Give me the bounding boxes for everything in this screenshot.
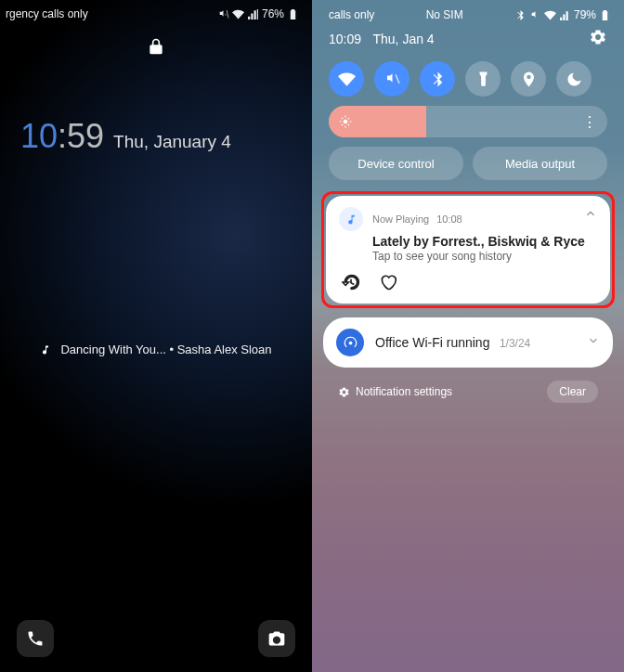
signal-icon [247,8,259,20]
qs-wifi[interactable] [329,61,364,97]
notifications-area: Now Playing 10:08 Lately by Forrest., Bi… [312,191,624,405]
chevron-down-icon [587,334,600,347]
wifi-notification-card[interactable]: Office Wi-Fi running 1/3/24 [323,317,613,368]
status-bar: calls only No SIM 79% [312,0,624,22]
phone-icon [26,629,45,648]
device-control-button[interactable]: Device control [329,147,463,180]
wifi-icon [232,8,244,20]
qs-dnd[interactable] [556,61,592,97]
wifi-icon [338,71,356,88]
camera-icon [267,629,286,648]
history-button[interactable] [339,270,363,294]
battery-icon [287,8,299,20]
location-icon [520,71,538,88]
now-playing-actions [339,270,597,294]
media-output-button[interactable]: Media output [473,147,607,180]
svg-point-0 [344,120,348,124]
expand-button[interactable] [587,334,600,351]
favorite-button[interactable] [376,270,400,294]
quick-settings-row [312,58,624,106]
music-note-icon [345,213,358,226]
heart-icon [379,273,397,291]
battery-icon [599,9,611,21]
footer-row: Notification settings Clear [321,379,615,405]
moon-icon [566,71,583,88]
clock-minute: 59 [67,117,104,155]
clock-time: 10:59 [20,117,104,156]
wifi-title: Office Wi-Fi running [375,335,489,350]
battery-text: 76% [262,7,284,20]
wifi-text-group: Office Wi-Fi running 1/3/24 [375,334,530,351]
sun-icon [339,115,352,128]
brightness-fill [329,106,426,137]
carrier-text: rgency calls only [6,7,88,20]
status-icons: 76% [217,7,299,20]
clock-hour: 10 [20,117,58,155]
now-playing-title: Lately by Forrest., Biskwiq & Ryce [372,234,597,249]
clock-date: Thu, January 4 [113,132,231,152]
brightness-more-icon[interactable]: ⋮ [582,113,597,131]
now-playing-lockscreen[interactable]: Dancing With You... • Sasha Alex Sloan [0,342,312,356]
notification-settings-link[interactable]: Notification settings [338,385,452,398]
header-time: 10:09 [329,32,361,46]
control-buttons-row: Device control Media output [312,147,624,191]
header-left: 10:09 Thu, Jan 4 [329,31,435,47]
lock-icon [0,35,312,58]
highlighted-notification: Now Playing 10:08 Lately by Forrest., Bi… [321,191,615,308]
signal-icon [559,9,571,21]
now-playing-time: 10:08 [436,213,462,225]
history-icon [342,273,360,291]
clock-row: 10:59 Thu, January 4 [20,117,312,156]
notification-shade-phone: calls only No SIM 79% 10:09 Thu, Jan 4 [312,0,624,672]
collapse-button[interactable] [584,207,597,224]
wifi-app-icon [336,329,364,356]
notification-settings-label: Notification settings [356,385,452,398]
flashlight-icon [474,71,492,88]
status-bar: rgency calls only 76% [0,0,312,22]
bluetooth-icon [429,71,447,88]
camera-shortcut[interactable] [258,620,295,657]
qs-mute[interactable] [374,61,410,97]
now-playing-meta: Now Playing 10:08 [372,213,462,225]
phone-shortcut[interactable] [17,620,54,657]
music-text: Dancing With You... • Sasha Alex Sloan [60,342,271,356]
bluetooth-icon [514,9,526,21]
gear-small-icon [338,386,350,398]
qs-bluetooth[interactable] [420,61,455,97]
clear-button[interactable]: Clear [547,381,598,403]
wifi-icon [544,9,556,21]
now-playing-card[interactable]: Now Playing 10:08 Lately by Forrest., Bi… [326,196,610,304]
mute-icon [217,8,229,20]
sim-text: No SIM [426,8,463,21]
now-playing-app-icon [339,207,363,231]
settings-button[interactable] [589,28,607,50]
qs-location[interactable] [511,61,546,97]
brightness-slider[interactable]: ⋮ [329,106,607,137]
now-playing-app-name: Now Playing [372,213,429,225]
gear-icon [589,28,607,46]
svg-point-1 [348,341,352,344]
music-note-icon [40,344,51,355]
battery-text: 79% [574,8,596,21]
mute-icon [529,9,541,21]
shade-header: 10:09 Thu, Jan 4 [312,22,624,58]
mute-icon [384,71,401,88]
status-icons: 79% [514,8,611,21]
header-date: Thu, Jan 4 [373,32,435,46]
wifi-date: 1/3/24 [500,337,530,350]
now-playing-subtitle: Tap to see your song history [372,250,597,263]
carrier-text: calls only [329,8,374,21]
lockscreen-dock [0,620,312,657]
qs-flashlight[interactable] [465,61,500,97]
chevron-up-icon [584,207,597,220]
lockscreen-phone: rgency calls only 76% 10:59 Thu, January… [0,0,312,672]
wifi-badge-icon [344,336,358,350]
